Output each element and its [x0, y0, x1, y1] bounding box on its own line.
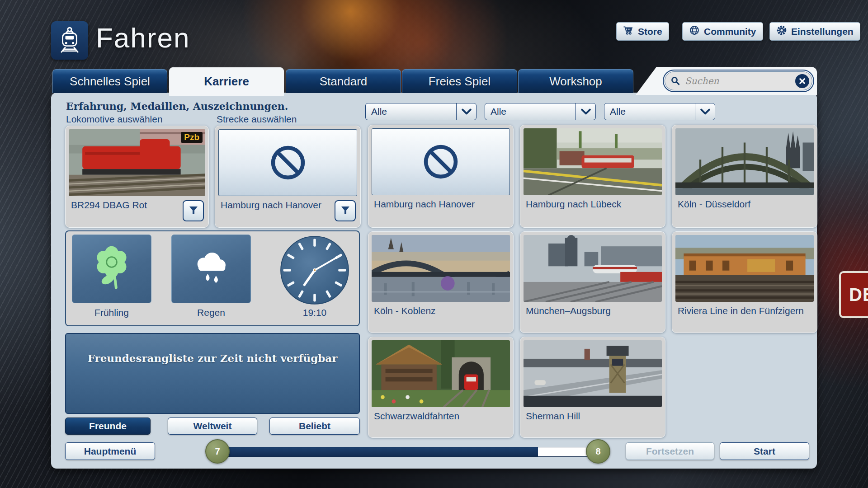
globe-icon	[689, 25, 700, 38]
continue-button[interactable]: Fortsetzen	[626, 442, 714, 460]
route-card-sherman-hill[interactable]: Sherman Hill	[520, 337, 665, 438]
loco-filter-button[interactable]	[183, 200, 204, 221]
app-logo	[51, 21, 88, 60]
career-heading: Erfahrung, Medaillen, Auszeichnungen.	[66, 100, 288, 112]
select-loco-label: Lokomotive auswählen	[66, 114, 163, 125]
train-icon	[57, 26, 83, 56]
no-preview-icon	[264, 139, 311, 186]
loco-thumbnail: Pzb	[69, 129, 205, 196]
route-thumbnail	[524, 235, 662, 302]
route-thumbnail	[372, 235, 510, 302]
route-thumbnail	[675, 235, 814, 302]
time-clock[interactable]	[279, 235, 350, 305]
selected-loco-card[interactable]: Pzb BR294 DBAG Rot	[65, 126, 209, 228]
progress-fill	[226, 447, 538, 456]
route-card-hamburg-luebeck[interactable]: Hamburg nach Lübeck	[520, 125, 665, 228]
filter-dropdown-1[interactable]: Alle	[365, 103, 476, 120]
route-thumbnail	[372, 340, 510, 407]
chevron-down-icon	[576, 108, 595, 115]
loco-title: BR294 DBAG Rot	[71, 200, 147, 211]
tab-freies-spiel[interactable]: Freies Spiel	[402, 69, 517, 93]
route-card-riviera-line[interactable]: Riviera Line in den Fünfzigern	[672, 231, 817, 333]
weather-label: Regen	[171, 307, 251, 318]
page-title: Fahren	[96, 22, 190, 54]
settings-button[interactable]: Einstellungen	[769, 22, 860, 41]
cart-icon	[623, 25, 634, 38]
filter-dropdown-3[interactable]: Alle	[604, 103, 715, 120]
route-card-hamburg-hanover[interactable]: Hamburg nach Hanover	[368, 125, 514, 228]
selected-route-card[interactable]: Hamburg nach Hanover	[215, 126, 361, 228]
weather-tile[interactable]	[171, 235, 251, 303]
leaderboard-tab-freunde[interactable]: Freunde	[65, 418, 151, 435]
tab-karriere[interactable]: Karriere	[169, 67, 284, 96]
route-card-schwarzwaldfahrten[interactable]: Schwarzwaldfahrten	[368, 337, 514, 438]
rain-cloud-icon	[188, 244, 235, 293]
search-input[interactable]	[684, 75, 795, 87]
chevron-down-icon	[695, 108, 715, 115]
search-icon	[670, 76, 680, 86]
background-train-logo: DB	[839, 271, 868, 318]
route-filter-button[interactable]	[335, 200, 356, 221]
flower-icon	[88, 243, 135, 295]
funnel-icon	[188, 204, 199, 218]
route-thumbnail	[675, 128, 814, 195]
time-label: 19:10	[275, 307, 354, 318]
conditions-panel: Frühling Regen	[65, 230, 360, 326]
funnel-icon	[340, 204, 351, 218]
main-menu-button[interactable]: Hauptmenü	[65, 442, 155, 460]
tab-schnelles-spiel[interactable]: Schnelles Spiel	[52, 69, 167, 93]
search-box[interactable]	[665, 71, 812, 90]
route-thumbnail	[524, 128, 662, 195]
season-tile[interactable]	[72, 235, 151, 303]
tab-workshop[interactable]: Workshop	[518, 69, 633, 93]
community-button[interactable]: Community	[682, 22, 763, 41]
leaderboard-tab-beliebt[interactable]: Beliebt	[269, 418, 360, 435]
season-label: Frühling	[72, 307, 151, 318]
no-preview-icon	[417, 138, 464, 185]
level-next-badge: 8	[586, 439, 610, 464]
tab-standard[interactable]: Standard	[286, 69, 401, 93]
gear-icon	[776, 25, 787, 38]
route-card-koeln-duesseldorf[interactable]: Köln - Düsseldorf	[672, 125, 817, 228]
pzb-badge: Pzb	[181, 132, 203, 143]
leaderboard-panel: Freundesrangliste zur Zeit nicht verfügb…	[65, 333, 360, 414]
route-card-muenchen-augsburg[interactable]: München–Augsburg	[520, 231, 665, 333]
level-current-badge: 7	[205, 439, 230, 464]
level-progress-bar	[226, 447, 598, 457]
route-thumbnail-blocked	[372, 128, 510, 195]
leaderboard-message: Freundesrangliste zur Zeit nicht verfügb…	[66, 352, 359, 364]
leaderboard-tab-weltweit[interactable]: Weltweit	[168, 418, 257, 435]
screen: DB Fahren Store	[0, 0, 868, 488]
route-thumbnail	[524, 340, 662, 407]
select-route-label: Strecke auswählen	[217, 114, 297, 125]
chevron-down-icon	[457, 108, 476, 115]
filter-dropdown-2[interactable]: Alle	[485, 103, 596, 120]
start-button[interactable]: Start	[720, 442, 809, 460]
route-card-koeln-koblenz[interactable]: Köln - Koblenz	[368, 231, 514, 333]
search-clear-icon[interactable]	[795, 74, 809, 88]
store-button[interactable]: Store	[616, 22, 669, 41]
route-thumbnail-blocked	[218, 129, 357, 196]
route-title: Hamburg nach Hanover	[221, 200, 321, 211]
